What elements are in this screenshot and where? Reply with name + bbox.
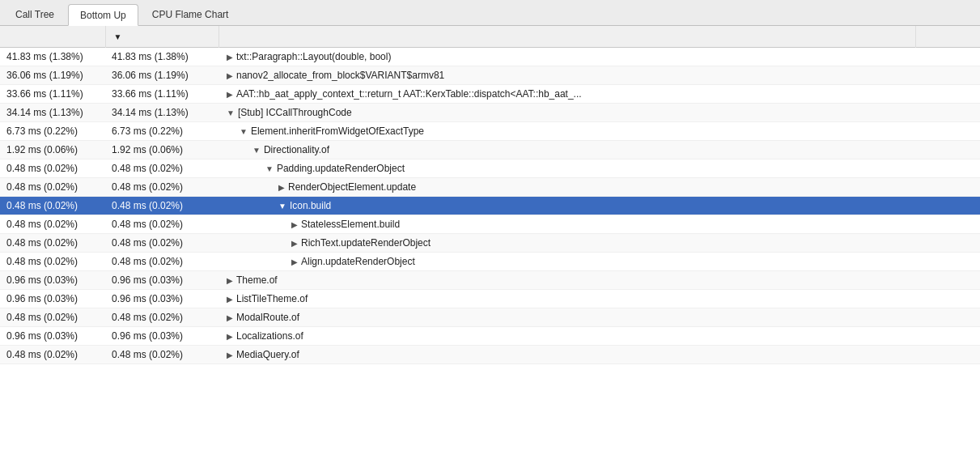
collapse-icon[interactable]: ▼ bbox=[240, 127, 248, 136]
cell-method: ▼ Element.inheritFromWidgetOfExactType bbox=[218, 122, 915, 141]
table-row[interactable]: 33.66 ms (1.11%)33.66 ms (1.11%)▶ AAT::h… bbox=[0, 85, 980, 104]
table-row[interactable]: 34.14 ms (1.13%)34.14 ms (1.13%)▼ [Stub]… bbox=[0, 104, 980, 122]
col-header-self-time[interactable]: ▼ bbox=[105, 26, 218, 48]
method-name: Align.updateRenderObject bbox=[301, 256, 415, 267]
cell-source bbox=[915, 66, 980, 85]
col-header-source[interactable] bbox=[915, 26, 980, 48]
col-header-total-time[interactable] bbox=[0, 26, 105, 48]
cell-total-time: 0.48 ms (0.02%) bbox=[0, 215, 105, 234]
cell-total-time: 0.48 ms (0.02%) bbox=[0, 234, 105, 253]
cell-method: ▼ Directionality.of bbox=[218, 141, 915, 159]
tabs-bar: Call TreeBottom UpCPU Flame Chart bbox=[0, 0, 980, 26]
cell-method: ▶ RenderObjectElement.update bbox=[218, 178, 915, 197]
cell-method: ▼ [Stub] ICCallThroughCode bbox=[218, 104, 915, 122]
cell-source bbox=[915, 346, 980, 364]
cell-total-time: 34.14 ms (1.13%) bbox=[0, 104, 105, 122]
table-row[interactable]: 6.73 ms (0.22%)6.73 ms (0.22%)▼ Element.… bbox=[0, 122, 980, 141]
cell-source bbox=[915, 141, 980, 159]
cell-source bbox=[915, 159, 980, 178]
collapse-icon[interactable]: ▼ bbox=[278, 202, 286, 210]
expand-icon[interactable]: ▶ bbox=[278, 183, 285, 192]
cell-self-time: 0.48 ms (0.02%) bbox=[105, 253, 218, 271]
expand-icon[interactable]: ▶ bbox=[227, 332, 233, 341]
cell-self-time: 0.48 ms (0.02%) bbox=[105, 197, 218, 215]
cell-total-time: 41.83 ms (1.38%) bbox=[0, 48, 105, 66]
table-row[interactable]: 0.96 ms (0.03%)0.96 ms (0.03%)▶ ListTile… bbox=[0, 290, 980, 308]
cell-self-time: 0.48 ms (0.02%) bbox=[105, 234, 218, 253]
method-name: AAT::hb_aat_apply_context_t::return_t AA… bbox=[236, 88, 582, 100]
cell-total-time: 33.66 ms (1.11%) bbox=[0, 85, 105, 104]
cell-self-time: 34.14 ms (1.13%) bbox=[105, 104, 218, 122]
expand-icon[interactable]: ▶ bbox=[227, 313, 233, 322]
cell-method: ▶ AAT::hb_aat_apply_context_t::return_t … bbox=[218, 85, 915, 104]
table-row[interactable]: 0.48 ms (0.02%)0.48 ms (0.02%)▶ MediaQue… bbox=[0, 346, 980, 364]
expand-icon[interactable]: ▶ bbox=[291, 220, 298, 229]
method-name: txt::Paragraph::Layout(double, bool) bbox=[236, 51, 391, 62]
cell-self-time: 0.48 ms (0.02%) bbox=[105, 308, 218, 327]
method-name: Directionality.of bbox=[264, 144, 329, 155]
table-row[interactable]: 41.83 ms (1.38%)41.83 ms (1.38%)▶ txt::P… bbox=[0, 48, 980, 66]
tab-cpu-flame-chart[interactable]: CPU Flame Chart bbox=[140, 3, 241, 25]
table-row[interactable]: 0.48 ms (0.02%)0.48 ms (0.02%)▼ Icon.bui… bbox=[0, 197, 980, 215]
tab-bottom-up[interactable]: Bottom Up bbox=[68, 4, 138, 26]
table-row[interactable]: 1.92 ms (0.06%)1.92 ms (0.06%)▼ Directio… bbox=[0, 141, 980, 159]
method-name: ListTileTheme.of bbox=[236, 293, 308, 304]
cell-source bbox=[915, 104, 980, 122]
table-row[interactable]: 0.48 ms (0.02%)0.48 ms (0.02%)▼ Padding.… bbox=[0, 159, 980, 178]
expand-icon[interactable]: ▶ bbox=[227, 90, 233, 99]
collapse-icon[interactable]: ▼ bbox=[227, 108, 235, 117]
cell-self-time: 6.73 ms (0.22%) bbox=[105, 122, 218, 141]
collapse-icon[interactable]: ▼ bbox=[252, 146, 261, 155]
expand-icon[interactable]: ▶ bbox=[291, 257, 298, 266]
expand-icon[interactable]: ▶ bbox=[227, 71, 233, 80]
cell-source bbox=[915, 215, 980, 234]
cell-self-time: 0.48 ms (0.02%) bbox=[105, 159, 218, 178]
cell-self-time: 0.48 ms (0.02%) bbox=[105, 215, 218, 234]
table-row[interactable]: 0.96 ms (0.03%)0.96 ms (0.03%)▶ Theme.of bbox=[0, 271, 980, 290]
cell-self-time: 0.96 ms (0.03%) bbox=[105, 271, 218, 290]
method-name: Icon.build bbox=[290, 200, 331, 211]
expand-icon[interactable]: ▶ bbox=[291, 239, 298, 248]
cell-source bbox=[915, 253, 980, 271]
expand-icon[interactable]: ▶ bbox=[227, 276, 233, 285]
cell-self-time: 33.66 ms (1.11%) bbox=[105, 85, 218, 104]
method-name: RenderObjectElement.update bbox=[288, 181, 416, 193]
col-header-method[interactable] bbox=[218, 26, 915, 48]
cell-method: ▶ StatelessElement.build bbox=[218, 215, 915, 234]
sort-desc-icon: ▼ bbox=[114, 32, 122, 41]
expand-icon[interactable]: ▶ bbox=[227, 351, 233, 359]
cell-total-time: 0.48 ms (0.02%) bbox=[0, 253, 105, 271]
table-row[interactable]: 0.96 ms (0.03%)0.96 ms (0.03%)▶ Localiza… bbox=[0, 327, 980, 346]
method-name: Theme.of bbox=[236, 274, 278, 286]
cell-method: ▶ txt::Paragraph::Layout(double, bool) bbox=[218, 48, 915, 66]
cell-total-time: 0.48 ms (0.02%) bbox=[0, 308, 105, 327]
cell-method: ▶ Align.updateRenderObject bbox=[218, 253, 915, 271]
cell-self-time: 0.48 ms (0.02%) bbox=[105, 178, 218, 197]
table-row[interactable]: 0.48 ms (0.02%)0.48 ms (0.02%)▶ ModalRou… bbox=[0, 308, 980, 327]
cell-self-time: 36.06 ms (1.19%) bbox=[105, 66, 218, 85]
cell-method: ▶ ModalRoute.of bbox=[218, 308, 915, 327]
cell-method: ▶ Localizations.of bbox=[218, 327, 915, 346]
method-name: RichText.updateRenderObject bbox=[301, 237, 431, 249]
cell-self-time: 1.92 ms (0.06%) bbox=[105, 141, 218, 159]
table-row[interactable]: 0.48 ms (0.02%)0.48 ms (0.02%)▶ Stateles… bbox=[0, 215, 980, 234]
method-name: ModalRoute.of bbox=[236, 312, 299, 323]
table-row[interactable]: 0.48 ms (0.02%)0.48 ms (0.02%)▶ Align.up… bbox=[0, 253, 980, 271]
expand-icon[interactable]: ▶ bbox=[227, 295, 233, 304]
cell-total-time: 0.96 ms (0.03%) bbox=[0, 327, 105, 346]
cell-total-time: 0.48 ms (0.02%) bbox=[0, 159, 105, 178]
tab-call-tree[interactable]: Call Tree bbox=[3, 3, 66, 25]
collapse-icon[interactable]: ▼ bbox=[265, 164, 274, 173]
cell-self-time: 0.48 ms (0.02%) bbox=[105, 346, 218, 364]
method-name: Localizations.of bbox=[236, 330, 303, 342]
table-row[interactable]: 0.48 ms (0.02%)0.48 ms (0.02%)▶ RichText… bbox=[0, 234, 980, 253]
table-container[interactable]: ▼ 41.83 ms (1.38%)41.83 ms (1.38%)▶ txt:… bbox=[0, 26, 980, 455]
cell-method: ▼ Padding.updateRenderObject bbox=[218, 159, 915, 178]
method-name: MediaQuery.of bbox=[236, 349, 299, 360]
table-row[interactable]: 0.48 ms (0.02%)0.48 ms (0.02%)▶ RenderOb… bbox=[0, 178, 980, 197]
cell-source bbox=[915, 197, 980, 215]
table-row[interactable]: 36.06 ms (1.19%)36.06 ms (1.19%)▶ nanov2… bbox=[0, 66, 980, 85]
cell-method: ▶ ListTileTheme.of bbox=[218, 290, 915, 308]
expand-icon[interactable]: ▶ bbox=[227, 53, 233, 62]
cell-self-time: 0.96 ms (0.03%) bbox=[105, 290, 218, 308]
